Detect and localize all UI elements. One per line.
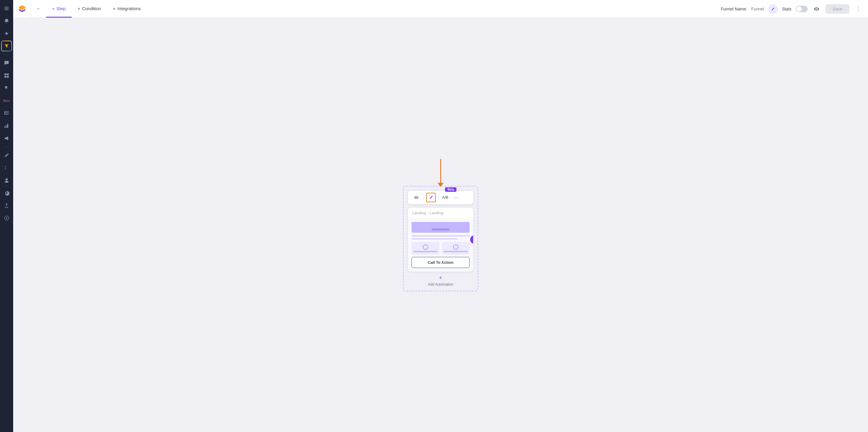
sidebar-icon-grid[interactable] [1, 70, 12, 81]
svg-rect-10 [4, 111, 5, 115]
mini-card-circle-2 [453, 244, 459, 250]
sidebar-divider-1 [3, 54, 10, 55]
toolbar-divider-1 [424, 195, 424, 200]
svg-rect-14 [7, 124, 8, 128]
logo [13, 0, 31, 18]
svg-rect-0 [4, 7, 9, 7]
sidebar-icon-notifications[interactable] [1, 15, 12, 26]
back-button[interactable]: ← [31, 0, 46, 18]
svg-rect-9 [4, 114, 9, 115]
svg-marker-16 [19, 5, 25, 10]
sidebar-icon-play[interactable] [1, 213, 12, 224]
add-automation[interactable]: + Add Automation [408, 275, 473, 287]
svg-rect-11 [4, 126, 5, 128]
tab-integrations-label: Integrations [118, 6, 141, 11]
add-automation-plus: + [439, 275, 442, 281]
svg-point-19 [416, 197, 417, 198]
tab-integrations[interactable]: + Integrations [107, 0, 147, 18]
preview-line-2 [411, 238, 458, 240]
svg-rect-4 [7, 73, 9, 75]
add-automation-label: Add Automation [428, 282, 454, 287]
main-area: ← + Step + Condition + Integrations Funn… [13, 0, 868, 432]
edit-funnel-name-button[interactable] [768, 4, 778, 14]
sidebar-icon-chart[interactable] [1, 121, 12, 131]
preview-line-1 [411, 235, 470, 237]
mini-card-line-2 [443, 251, 468, 252]
tab-condition-label: Condition [82, 6, 101, 11]
sidebar-icon-megaphone[interactable] [1, 133, 12, 144]
sidebar-icon-user[interactable] [1, 175, 12, 186]
funnel-flow: A/B Beta ⋯ Landing - Landing [403, 159, 478, 291]
svg-rect-5 [4, 76, 6, 78]
preview-hero [411, 222, 470, 233]
sidebar-icon-funnel[interactable] [1, 41, 12, 52]
cta-button[interactable]: Call To Action [411, 257, 470, 268]
toolbar-divider-2 [438, 195, 438, 200]
sidebar-icon-upload[interactable] [1, 200, 12, 211]
topbar: ← + Step + Condition + Integrations Funn… [13, 0, 868, 18]
sidebar: Woo [0, 0, 13, 432]
tab-condition[interactable]: + Condition [72, 0, 107, 18]
arrow-line [440, 159, 441, 183]
sidebar-icon-table[interactable] [1, 108, 12, 119]
svg-rect-8 [4, 113, 9, 113]
svg-rect-3 [4, 73, 6, 75]
funnel-name-value: Funnel [751, 7, 764, 11]
page-card-header: Landing - Landing [408, 208, 473, 219]
toolbar-ab-button[interactable]: A/B [441, 195, 450, 200]
svg-rect-7 [4, 111, 9, 112]
stats-label: Stats [782, 7, 792, 11]
tab-step-label: Step [57, 6, 66, 11]
svg-rect-6 [7, 76, 9, 78]
sidebar-icon-paint[interactable] [1, 150, 12, 161]
toolbar-eye-button[interactable] [411, 193, 421, 202]
sidebar-icon-chat[interactable] [1, 58, 12, 68]
flow-arrow [438, 159, 443, 187]
tab-step[interactable]: + Step [46, 0, 72, 18]
toolbar-edit-button[interactable] [426, 193, 436, 202]
topbar-right: Funnel Name: Funnel Stats Save ⋮ [721, 0, 868, 18]
save-button[interactable]: Save [826, 4, 849, 14]
sidebar-icon-scissors[interactable] [1, 163, 12, 173]
sidebar-icon-woo[interactable]: Woo [1, 95, 12, 106]
page-card: Landing - Landing [408, 207, 473, 272]
funnel-name-label: Funnel Name: [721, 7, 747, 11]
tab-integrations-plus: + [113, 6, 116, 11]
mini-card-circle-1 [423, 244, 428, 250]
step-container: A/B Beta ⋯ Landing - Landing [403, 186, 478, 291]
svg-rect-2 [4, 9, 9, 10]
sidebar-divider-2 [3, 147, 10, 147]
preview-cards-row [411, 242, 470, 255]
sidebar-icon-pin[interactable] [1, 28, 12, 39]
svg-rect-12 [6, 125, 7, 128]
preview-mini-card-1 [411, 242, 439, 255]
topbar-nav: ← + Step + Condition + Integrations [31, 0, 147, 18]
tab-condition-plus: + [78, 6, 81, 11]
card-subtitle: - Landing [427, 211, 443, 215]
canvas: A/B Beta ⋯ Landing - Landing [13, 18, 868, 432]
beta-badge: Beta [445, 187, 457, 192]
mini-card-line-1 [413, 251, 438, 252]
toolbar-more-button[interactable]: ⋯ [452, 194, 460, 201]
preview-mini-card-2 [442, 242, 470, 255]
tab-step-plus: + [52, 6, 55, 11]
card-title: Landing [412, 211, 426, 215]
stats-toggle[interactable] [796, 6, 808, 12]
page-card-preview: Call To Action [408, 219, 473, 272]
sidebar-icon-settings[interactable] [1, 188, 12, 198]
sidebar-icon-flag[interactable] [1, 83, 12, 94]
step-toolbar: A/B Beta ⋯ [408, 191, 473, 204]
preview-button[interactable] [812, 4, 822, 14]
sidebar-icon-menu[interactable] [1, 3, 12, 14]
more-options-button[interactable]: ⋮ [854, 4, 863, 14]
svg-point-18 [816, 8, 817, 9]
svg-rect-1 [4, 8, 9, 9]
preview-hero-line [432, 229, 450, 230]
